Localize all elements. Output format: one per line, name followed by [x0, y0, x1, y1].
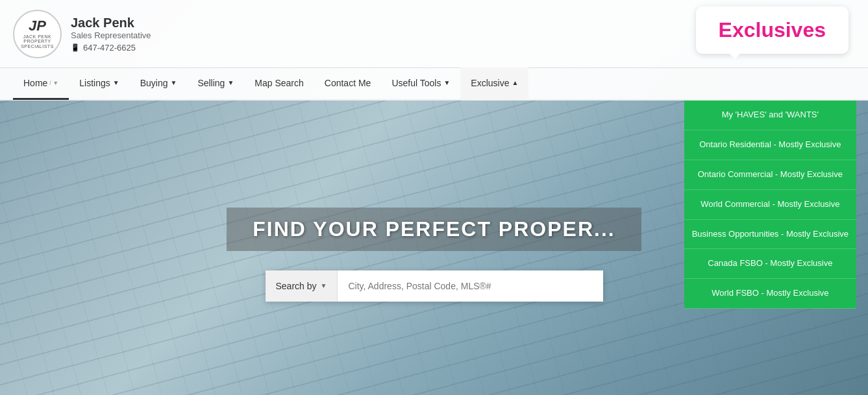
- dropdown-item-ontario-commercial[interactable]: Ontario Commercial - Mostly Exclusive: [684, 160, 856, 190]
- speech-bubble-text: Exclusives: [719, 18, 826, 42]
- search-input[interactable]: [338, 270, 602, 302]
- speech-bubble: Exclusives: [696, 6, 849, 54]
- nav-item-exclusive[interactable]: Exclusive ▲: [460, 67, 528, 100]
- exclusive-dropdown-menu: My 'HAVES' and 'WANTS' Ontario Residenti…: [684, 101, 856, 309]
- search-bar: Search by ▼: [266, 270, 603, 302]
- phone-number: 647-472-6625: [83, 43, 136, 53]
- logo-jp: JP: [14, 18, 60, 34]
- useful-tools-dropdown-arrow: ▼: [443, 79, 450, 86]
- buying-dropdown-arrow: ▼: [170, 79, 177, 86]
- dropdown-item-ontario-residential[interactable]: Ontario Residential - Mostly Exclusive: [684, 130, 856, 160]
- nav-item-selling[interactable]: Selling ▼: [187, 67, 244, 100]
- dropdown-item-haves-wants[interactable]: My 'HAVES' and 'WANTS': [684, 101, 856, 130]
- dropdown-item-canada-fsbo[interactable]: Canada FSBO - Mostly Exclusive: [684, 249, 856, 279]
- logo-inner: JP JACK PENKPROPERTY SPECIALISTS: [14, 18, 60, 49]
- nav-item-contact[interactable]: Contact Me: [314, 67, 382, 100]
- search-by-arrow-icon: ▼: [321, 282, 327, 289]
- dropdown-item-world-commercial[interactable]: World Commercial - Mostly Exclusive: [684, 190, 856, 220]
- selling-dropdown-arrow: ▼: [227, 79, 234, 86]
- hero-title: FIND YOUR PERFECT PROPER...: [227, 208, 641, 251]
- search-by-label: Search by: [276, 281, 317, 291]
- nav-items: Home / ▼ Listings ▼ Buying ▼ Selling ▼ M…: [13, 67, 528, 100]
- search-by-button[interactable]: Search by ▼: [266, 270, 338, 302]
- dropdown-item-business-opportunities[interactable]: Business Opportunities - Mostly Exclusiv…: [684, 220, 856, 250]
- phone-icon: 📱: [71, 43, 80, 52]
- logo-text: JACK PENKPROPERTY SPECIALISTS: [14, 34, 60, 49]
- nav-item-map-search[interactable]: Map Search: [244, 67, 314, 100]
- nav-item-useful-tools[interactable]: Useful Tools ▼: [381, 67, 460, 100]
- exclusive-dropdown-arrow: ▲: [512, 79, 518, 86]
- nav-item-home[interactable]: Home / ▼: [13, 67, 69, 100]
- dropdown-item-world-fsbo[interactable]: World FSBO - Mostly Exclusive: [684, 279, 856, 309]
- navbar: Home / ▼ Listings ▼ Buying ▼ Selling ▼ M…: [0, 68, 868, 101]
- nav-item-buying[interactable]: Buying ▼: [130, 67, 188, 100]
- logo: JP JACK PENKPROPERTY SPECIALISTS: [13, 10, 62, 58]
- nav-item-listings[interactable]: Listings ▼: [69, 67, 129, 100]
- listings-dropdown-arrow: ▼: [113, 79, 119, 86]
